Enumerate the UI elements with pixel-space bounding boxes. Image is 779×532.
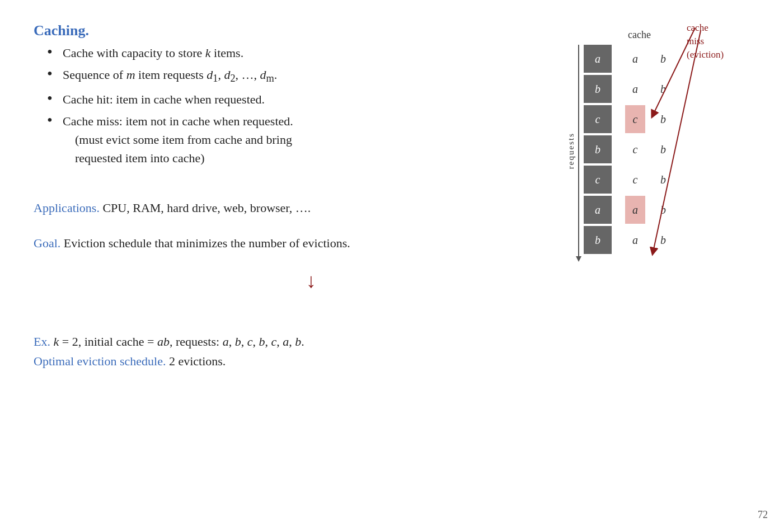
cache-miss-label: cache miss (eviction) bbox=[687, 21, 724, 61]
cache-cell-1-1: a bbox=[625, 45, 645, 73]
request-cell-5: c bbox=[584, 166, 612, 194]
right-panel: cache cache miss (eviction) requests bbox=[544, 0, 779, 532]
cache-row-2: a b bbox=[625, 75, 673, 103]
applications-text: CPU, RAM, hard drive, web, browser, …. bbox=[100, 201, 311, 215]
request-cell-2: b bbox=[584, 75, 612, 103]
goal-section: Goal. Eviction schedule that minimizes t… bbox=[34, 234, 522, 252]
bullet-3: Cache hit: item in cache when requested. bbox=[47, 90, 522, 109]
ex-section: Ex. k = 2, initial cache = ab, requests:… bbox=[34, 332, 522, 371]
ex-line: Ex. k = 2, initial cache = ab, requests:… bbox=[34, 332, 522, 351]
applications-label: Applications. bbox=[34, 201, 100, 215]
cache-cell-6-2: b bbox=[653, 196, 673, 224]
cache-cols: a b a b c b c b bbox=[625, 45, 673, 257]
requests-label-wrapper: requests bbox=[566, 45, 579, 257]
request-cell-1: a bbox=[584, 45, 612, 73]
cache-row-1: a b bbox=[625, 45, 673, 73]
cache-cell-3-1: c bbox=[625, 105, 645, 133]
page-number: 72 bbox=[758, 509, 768, 521]
optimal-label: Optimal eviction schedule. bbox=[34, 354, 166, 368]
bullet-1: Cache with capacity to store k items. bbox=[47, 44, 522, 62]
cache-cell-2-1: a bbox=[625, 75, 645, 103]
cache-row-6: a b bbox=[625, 196, 673, 224]
cache-cell-1-2: b bbox=[653, 45, 673, 73]
cache-row-5: c b bbox=[625, 166, 673, 194]
cache-cell-7-2: b bbox=[653, 226, 673, 254]
request-cell-3: c bbox=[584, 105, 612, 133]
cache-cell-5-1: c bbox=[625, 166, 645, 194]
cache-cell-2-2: b bbox=[653, 75, 673, 103]
ex-label: Ex. bbox=[34, 335, 50, 349]
cache-row-3: c b bbox=[625, 105, 673, 133]
cache-cell-6-1: a bbox=[625, 196, 645, 224]
cache-row-7: a b bbox=[625, 226, 673, 254]
cache-cell-3-2: b bbox=[653, 105, 673, 133]
main-container: Caching. Cache with capacity to store k … bbox=[0, 0, 779, 532]
cache-row-4: c b bbox=[625, 135, 673, 163]
applications-section: Applications. CPU, RAM, hard drive, web,… bbox=[34, 199, 522, 217]
cache-cell-5-2: b bbox=[653, 166, 673, 194]
cache-diagram: cache cache miss (eviction) requests bbox=[566, 45, 673, 257]
goal-label: Goal. bbox=[34, 236, 60, 250]
cache-label: cache bbox=[628, 29, 651, 41]
bullet-list: Cache with capacity to store k items. Se… bbox=[34, 44, 522, 171]
caching-title: Caching. bbox=[34, 22, 522, 39]
bullet-4: Cache miss: item not in cache when reque… bbox=[47, 112, 522, 167]
request-cell-6: a bbox=[584, 196, 612, 224]
request-col: a b c b c a b bbox=[584, 45, 612, 257]
cache-cell-4-2: b bbox=[653, 135, 673, 163]
requests-label: requests bbox=[566, 133, 576, 169]
goal-text: Eviction schedule that minimizes the num… bbox=[60, 236, 350, 250]
request-cell-4: b bbox=[584, 135, 612, 163]
left-panel: Caching. Cache with capacity to store k … bbox=[0, 0, 544, 532]
diagram-wrapper: requests a b c b c a b bbox=[566, 45, 673, 257]
bullet-2: Sequence of m item requests d1, d2, …, d… bbox=[47, 65, 522, 87]
optimal-text: 2 evictions. bbox=[166, 354, 226, 368]
optimal-line: Optimal eviction schedule. 2 evictions. bbox=[34, 351, 522, 371]
cache-cell-4-1: c bbox=[625, 135, 645, 163]
ex-text: k = 2, initial cache = ab, requests: a, … bbox=[50, 335, 304, 349]
down-arrow: ↓ bbox=[101, 269, 522, 293]
request-cell-7: b bbox=[584, 226, 612, 254]
cache-cell-7-1: a bbox=[625, 226, 645, 254]
